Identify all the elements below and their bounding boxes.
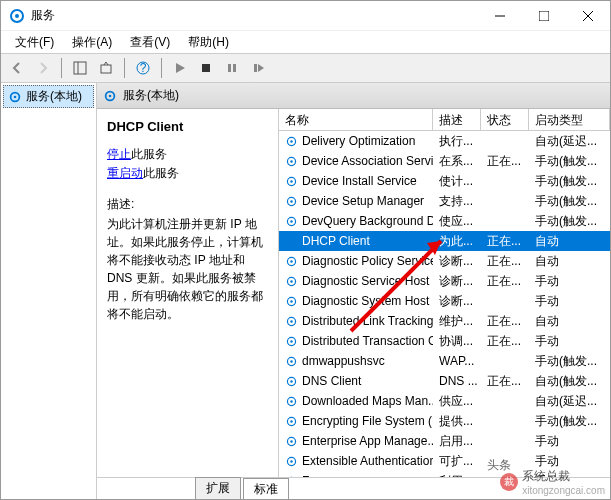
cell-desc: 使应... — [433, 213, 481, 230]
pause-service-button[interactable] — [220, 56, 244, 80]
cell-name: Device Association Service — [279, 154, 433, 168]
cell-startup: 手动(触发... — [529, 173, 610, 190]
service-row[interactable]: Diagnostic Service Host诊断...正在...手动 — [279, 271, 610, 291]
cell-desc: 提供... — [433, 413, 481, 430]
cell-desc: 启用... — [433, 433, 481, 450]
service-row[interactable]: Diagnostic System Host诊断...手动 — [279, 291, 610, 311]
service-row[interactable]: Delivery Optimization执行...自动(延迟... — [279, 131, 610, 151]
service-row[interactable]: Device Association Service在系...正在...手动(触… — [279, 151, 610, 171]
service-row[interactable]: dmwappushsvcWAP...手动(触发... — [279, 351, 610, 371]
column-startup[interactable]: 启动类型 — [529, 109, 610, 130]
column-status[interactable]: 状态 — [481, 109, 529, 130]
tab-standard[interactable]: 标准 — [243, 478, 289, 499]
cell-desc: 协调... — [433, 333, 481, 350]
gear-icon — [103, 89, 117, 103]
cell-name: Delivery Optimization — [279, 134, 433, 148]
cell-desc: 利用... — [433, 473, 481, 478]
menu-help[interactable]: 帮助(H) — [180, 32, 237, 53]
service-row[interactable]: Enterprise App Manage...启用...手动 — [279, 431, 610, 451]
tree-services-local[interactable]: 服务(本地) — [3, 85, 94, 108]
selected-service-title: DHCP Client — [107, 119, 268, 134]
description-text: 为此计算机注册并更新 IP 地址。如果此服务停止，计算机将不能接收动态 IP 地… — [107, 215, 268, 323]
service-row[interactable]: DevQuery Background D...使应...手动(触发... — [279, 211, 610, 231]
svg-point-22 — [290, 140, 292, 142]
cell-desc: 可扩... — [433, 453, 481, 470]
cell-name: Distributed Transaction C... — [279, 334, 433, 348]
back-button[interactable] — [5, 56, 29, 80]
cell-name: Diagnostic Policy Service — [279, 254, 433, 268]
minimize-button[interactable] — [478, 1, 522, 31]
svg-text:?: ? — [140, 61, 147, 75]
service-row[interactable]: Device Install Service使计...手动(触发... — [279, 171, 610, 191]
help-button[interactable]: ? — [131, 56, 155, 80]
svg-point-32 — [290, 240, 292, 242]
cell-desc: DNS ... — [433, 374, 481, 388]
cell-startup: 手动(触发... — [529, 213, 610, 230]
cell-desc: WAP... — [433, 354, 481, 368]
cell-desc: 执行... — [433, 133, 481, 150]
service-row[interactable]: Diagnostic Policy Service诊断...正在...自动 — [279, 251, 610, 271]
menu-action[interactable]: 操作(A) — [64, 32, 120, 53]
restart-link[interactable]: 重启动 — [107, 166, 143, 180]
svg-point-30 — [290, 220, 292, 222]
toolbar: ? — [1, 53, 610, 83]
cell-name: Enterprise App Manage... — [279, 434, 433, 448]
svg-point-48 — [290, 400, 292, 402]
cell-startup: 自动 — [529, 253, 610, 270]
svg-point-28 — [290, 200, 292, 202]
export-button[interactable] — [94, 56, 118, 80]
service-row[interactable]: Device Setup Manager支持...手动(触发... — [279, 191, 610, 211]
cell-startup: 自动 — [529, 233, 610, 250]
menubar: 文件(F) 操作(A) 查看(V) 帮助(H) — [1, 31, 610, 53]
cell-status: 正在... — [481, 153, 529, 170]
service-row[interactable]: DNS ClientDNS ...正在...自动(触发... — [279, 371, 610, 391]
cell-name: Fax — [279, 474, 433, 477]
forward-button[interactable] — [31, 56, 55, 80]
svg-point-1 — [15, 14, 19, 18]
cell-startup: 自动(延迟... — [529, 133, 610, 150]
svg-point-38 — [290, 300, 292, 302]
svg-rect-3 — [539, 11, 549, 21]
menu-view[interactable]: 查看(V) — [122, 32, 178, 53]
window-title: 服务 — [31, 7, 478, 24]
cell-startup: 手动(触发... — [529, 193, 610, 210]
svg-rect-13 — [233, 64, 236, 72]
svg-point-24 — [290, 160, 292, 162]
show-hide-tree-button[interactable] — [68, 56, 92, 80]
maximize-button[interactable] — [522, 1, 566, 31]
service-row[interactable]: Encrypting File System (E...提供...手动(触发..… — [279, 411, 610, 431]
cell-desc: 在系... — [433, 153, 481, 170]
column-name[interactable]: 名称 — [279, 109, 433, 130]
cell-status: 正在... — [481, 373, 529, 390]
cell-startup: 手动 — [529, 433, 610, 450]
service-row[interactable]: Distributed Transaction C...协调...正在...手动 — [279, 331, 610, 351]
stop-service-button[interactable] — [194, 56, 218, 80]
menu-file[interactable]: 文件(F) — [7, 32, 62, 53]
right-header-label: 服务(本地) — [123, 87, 179, 104]
cell-startup: 手动 — [529, 453, 610, 470]
service-row[interactable]: Distributed Link Tracking...维护...正在...自动 — [279, 311, 610, 331]
tab-extended[interactable]: 扩展 — [195, 477, 241, 499]
stop-link[interactable]: 停止 — [107, 147, 131, 161]
cell-status: 正在... — [481, 253, 529, 270]
svg-point-44 — [290, 360, 292, 362]
cell-startup: 手动 — [529, 273, 610, 290]
services-list[interactable]: Delivery Optimization执行...自动(延迟...Device… — [279, 131, 610, 477]
start-service-button[interactable] — [168, 56, 192, 80]
cell-startup: 手动(触发... — [529, 353, 610, 370]
cell-status: 正在... — [481, 313, 529, 330]
cell-startup: 自动(延迟... — [529, 393, 610, 410]
service-row[interactable]: DHCP Client为此...正在...自动 — [279, 231, 610, 251]
cell-startup: 手动(触发... — [529, 153, 610, 170]
service-row[interactable]: Downloaded Maps Man...供应...自动(延迟... — [279, 391, 610, 411]
svg-point-36 — [290, 280, 292, 282]
restart-service-button[interactable] — [246, 56, 270, 80]
svg-rect-12 — [228, 64, 231, 72]
close-button[interactable] — [566, 1, 610, 31]
column-description[interactable]: 描述 — [433, 109, 481, 130]
cell-name: DHCP Client — [279, 234, 433, 248]
svg-point-46 — [290, 380, 292, 382]
cell-name: Diagnostic Service Host — [279, 274, 433, 288]
cell-desc: 供应... — [433, 393, 481, 410]
cell-desc: 使计... — [433, 173, 481, 190]
